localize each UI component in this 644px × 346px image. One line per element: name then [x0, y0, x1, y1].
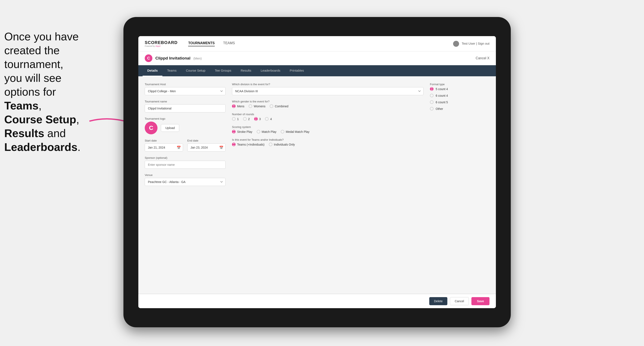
end-date-field: End date 📅 [187, 139, 226, 152]
individuals-only[interactable]: Individuals Only [269, 143, 295, 146]
teams-plus-radio[interactable] [232, 143, 236, 146]
scoring-match[interactable]: Match Play [257, 130, 276, 134]
tab-leaderboards[interactable]: Leaderboards [256, 65, 285, 76]
start-calendar-icon: 📅 [177, 146, 181, 150]
scoring-medal-match[interactable]: Medal Match Play [281, 130, 310, 134]
user-text[interactable]: Test User | Sign out [462, 41, 490, 45]
venue-label: Venue [145, 173, 226, 176]
tournament-header: C Clippd Invitational (Men) Cancel X [138, 51, 496, 65]
upload-button[interactable]: Upload [161, 124, 179, 132]
tournament-title-area: C Clippd Invitational (Men) [145, 54, 202, 62]
gender-womens-label: Womens [254, 105, 266, 108]
gender-womens-radio[interactable] [248, 104, 252, 108]
num-rounds-group: Number of rounds 1 2 3 [232, 113, 424, 121]
scoring-stroke-radio[interactable] [232, 130, 236, 134]
rounds-2[interactable]: 2 [243, 117, 250, 121]
rounds-4-radio[interactable] [265, 117, 268, 121]
teams-individuals-group: Is this event for Teams and/or Individua… [232, 138, 424, 146]
format-6count5[interactable]: 6 count 5 [430, 100, 490, 104]
format-other[interactable]: Other [430, 107, 490, 111]
cancel-button-header[interactable]: Cancel X [476, 56, 490, 60]
which-gender-label: Which gender is the event for? [232, 100, 424, 103]
format-type-group: Format type 5 count 4 6 count 4 6 count … [430, 83, 490, 111]
tournament-name-group: Tournament name [145, 100, 226, 112]
tablet-screen: SCOREBOARD Powered by clippd TOURNAMENTS… [138, 36, 496, 308]
start-date-wrapper: 📅 [145, 144, 183, 152]
end-date-label: End date [187, 139, 226, 142]
gender-combined[interactable]: Combined [270, 104, 288, 108]
tab-results[interactable]: Results [236, 65, 256, 76]
format-5count4[interactable]: 5 count 4 [430, 87, 490, 91]
sponsor-label: Sponsor (optional) [145, 156, 226, 160]
nav-links: TOURNAMENTS TEAMS [188, 41, 453, 46]
rounds-2-label: 2 [248, 117, 250, 121]
nav-tournaments[interactable]: TOURNAMENTS [188, 41, 214, 46]
scoring-medal-match-label: Medal Match Play [286, 130, 310, 134]
tournament-logo-circle: C [145, 54, 152, 62]
individuals-only-radio[interactable] [269, 143, 272, 146]
rounds-1-radio[interactable] [232, 117, 236, 121]
teams-plus-label: Teams (+Individuals) [237, 143, 264, 146]
rounds-1[interactable]: 1 [232, 117, 239, 121]
individuals-only-label: Individuals Only [274, 143, 295, 146]
start-date-field: Start date 📅 [145, 139, 183, 152]
teams-individuals-label: Is this event for Teams and/or Individua… [232, 138, 424, 141]
gender-womens[interactable]: Womens [248, 104, 266, 108]
which-gender-group: Which gender is the event for? Mens Wome… [232, 100, 424, 108]
sponsor-group: Sponsor (optional) [145, 156, 226, 169]
scoring-match-label: Match Play [262, 130, 276, 134]
which-division-label: Which division is the event for? [232, 83, 424, 86]
rounds-2-radio[interactable] [243, 117, 247, 121]
venue-select[interactable]: Peachtree GC - Atlanta - GA [145, 178, 226, 186]
delete-button[interactable]: Delete [429, 297, 447, 305]
tournament-host-select[interactable]: Clippd College - Men [145, 87, 226, 95]
user-area: Test User | Sign out [453, 41, 490, 47]
tournament-gender: (Men) [194, 56, 202, 60]
format-6count4-radio[interactable] [430, 94, 434, 97]
user-icon [453, 41, 459, 47]
teams-plus-individuals[interactable]: Teams (+Individuals) [232, 143, 264, 146]
tournament-logo-group: Tournament logo C Upload [145, 117, 226, 134]
format-6count4[interactable]: 6 count 4 [430, 94, 490, 97]
format-type-label: Format type [430, 83, 490, 86]
rounds-3-radio[interactable] [254, 117, 258, 121]
rounds-3-label: 3 [259, 117, 261, 121]
tournament-name: Clippd Invitational [155, 56, 190, 61]
tab-details[interactable]: Details [142, 65, 162, 76]
logo-area: SCOREBOARD Powered by clippd [145, 40, 178, 47]
format-6count4-label: 6 count 4 [436, 94, 448, 97]
which-division-select[interactable]: NCAA Division III [232, 87, 424, 95]
tab-teams[interactable]: Teams [162, 65, 181, 76]
logo-upload-area: C Upload [145, 122, 226, 134]
venue-group: Venue Peachtree GC - Atlanta - GA [145, 173, 226, 186]
gender-mens-radio[interactable] [232, 104, 236, 108]
rounds-4-label: 4 [270, 117, 272, 121]
gender-mens[interactable]: Mens [232, 104, 244, 108]
rounds-3[interactable]: 3 [254, 117, 261, 121]
format-6count5-radio[interactable] [430, 100, 434, 104]
rounds-4[interactable]: 4 [265, 117, 272, 121]
tab-tee-groups[interactable]: Tee Groups [210, 65, 236, 76]
instruction-block: Once you have created the tournament, yo… [0, 30, 102, 154]
scoring-medal-match-radio[interactable] [281, 130, 284, 134]
format-5count4-radio[interactable] [430, 87, 434, 91]
date-row: Start date 📅 End date 📅 [145, 139, 226, 152]
format-6count5-label: 6 count 5 [436, 101, 448, 104]
scoring-stroke-label: Stroke Play [237, 130, 252, 134]
tab-course-setup[interactable]: Course Setup [181, 65, 210, 76]
scoring-match-radio[interactable] [257, 130, 260, 134]
sponsor-input[interactable] [145, 161, 226, 169]
nav-teams[interactable]: TEAMS [223, 41, 235, 46]
scoring-stroke[interactable]: Stroke Play [232, 130, 252, 134]
tournament-name-input[interactable] [145, 104, 226, 112]
end-date-wrapper: 📅 [187, 144, 226, 152]
gender-radio-group: Mens Womens Combined [232, 104, 424, 108]
tab-printables[interactable]: Printables [285, 65, 308, 76]
gender-combined-radio[interactable] [270, 104, 273, 108]
cancel-button[interactable]: Cancel [450, 297, 469, 305]
format-other-radio[interactable] [430, 107, 434, 111]
start-date-label: Start date [145, 139, 183, 142]
save-button[interactable]: Save [472, 297, 490, 305]
tablet-frame: SCOREBOARD Powered by clippd TOURNAMENTS… [124, 17, 511, 327]
scoring-radio-group: Stroke Play Match Play Medal Match Play [232, 130, 424, 134]
